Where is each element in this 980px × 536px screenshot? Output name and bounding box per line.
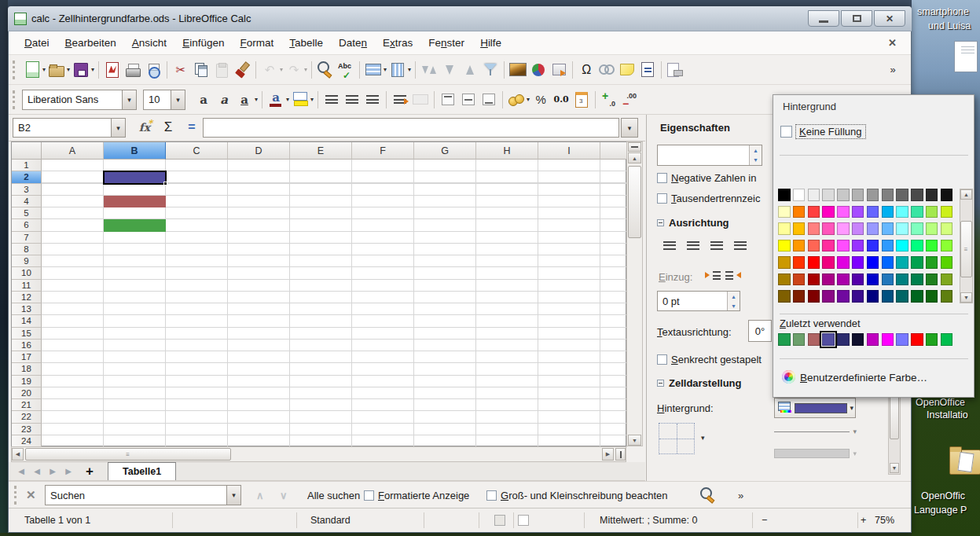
color-swatch[interactable] [926,256,938,269]
no-fill-checkbox-icon[interactable] [780,126,792,138]
select-all-corner[interactable] [12,142,42,160]
bold-button[interactable]: a [193,90,214,110]
color-swatch[interactable] [867,240,879,252]
formula-input[interactable] [203,118,619,138]
export-pdf-button[interactable] [102,60,123,80]
color-swatch[interactable] [837,256,850,269]
row-header-4[interactable]: 4 [12,196,42,207]
sheet-tab-tabelle1[interactable]: Tabelle1 [108,462,176,480]
horizontal-split-handle[interactable] [615,448,626,461]
align-right-button[interactable] [362,90,383,110]
color-swatch[interactable] [778,206,791,218]
scroll-up-icon[interactable]: ▲ [628,152,641,163]
line-style-dropdown[interactable]: ▾ [774,423,857,440]
align-center-icon[interactable] [684,236,703,255]
number-format-field[interactable]: ▲▼ [657,145,762,166]
checkbox-icon[interactable] [364,490,374,501]
find-previous-icon[interactable]: ∧ [256,482,264,508]
recent-color-swatch[interactable] [867,333,879,346]
search-input[interactable]: Suchen [46,490,226,501]
background-dropdown-icon[interactable]: ▾ [850,404,853,412]
recent-color-swatch[interactable] [926,333,938,346]
row-header-20[interactable]: 20 [12,387,42,399]
cell-border-widget[interactable] [659,423,695,454]
color-swatch[interactable] [911,222,923,235]
color-swatch[interactable] [941,240,953,252]
align-right-icon[interactable] [707,236,726,255]
row-header-11[interactable]: 11 [12,280,42,292]
color-swatch[interactable] [896,189,908,201]
sidebar-scroll-down-icon[interactable]: ▼ [890,463,899,473]
wrap-text-button[interactable] [390,90,410,110]
scroll-right-icon[interactable]: ▶ [602,448,614,461]
color-swatch[interactable] [808,290,820,303]
menu-einfgen[interactable]: Einfügen [174,34,232,52]
column-header-B[interactable]: B [104,142,166,160]
find-and-replace-icon[interactable] [699,486,718,505]
color-swatch[interactable] [882,206,894,218]
first-sheet-icon[interactable]: ◀ [13,464,29,479]
color-swatch[interactable] [882,290,894,303]
column-header-F[interactable]: F [352,142,414,160]
toolbar-grip[interactable] [14,486,20,505]
maximize-button[interactable] [841,10,872,27]
print-preview-button[interactable] [143,60,163,80]
horizontal-scroll-thumb[interactable]: ≡ [25,448,231,461]
dropdown-arrow-icon[interactable]: ▾ [384,66,387,73]
sort-descending-button[interactable] [439,60,460,80]
color-swatch[interactable] [911,274,923,286]
row-header-8[interactable]: 8 [12,244,42,255]
color-swatch[interactable] [793,256,806,269]
cut-button[interactable]: ✂ [171,60,191,80]
last-sheet-icon[interactable]: ▶ [61,464,76,479]
color-swatch[interactable] [793,274,806,286]
recent-color-swatch[interactable] [837,333,850,346]
color-swatch[interactable] [911,189,923,201]
row-header-7[interactable]: 7 [12,232,42,244]
dropdown-arrow-icon[interactable]: ▾ [255,96,258,103]
row-header-22[interactable]: 22 [12,411,42,423]
find-and-replace-button[interactable] [315,60,336,80]
underline-button[interactable]: a▾ [234,90,259,110]
add-decimal-button[interactable] [599,90,619,110]
pivot-table-button[interactable] [549,60,569,80]
vertically-stacked-checkbox[interactable]: Senkrecht gestapelt [657,354,762,365]
color-swatch[interactable] [896,240,908,252]
border-dropdown-icon[interactable]: ▾ [701,434,705,442]
color-swatch[interactable] [852,189,864,201]
color-swatch[interactable] [941,189,953,201]
sort-ascending-button[interactable] [460,60,480,80]
color-swatch[interactable] [808,206,820,218]
increase-indent-icon[interactable] [704,266,723,285]
recent-color-swatch[interactable] [941,333,953,346]
special-character-button[interactable]: Ω [576,60,596,80]
clone-formatting-button[interactable] [232,60,252,80]
zoom-out-icon[interactable]: − [762,508,767,532]
decrease-indent-icon[interactable] [723,266,742,285]
color-swatch[interactable] [926,222,938,235]
color-swatch[interactable] [896,256,908,269]
vertical-scroll-thumb[interactable] [628,166,641,238]
menu-extras[interactable]: Extras [375,34,420,52]
row-header-18[interactable]: 18 [12,363,42,375]
menu-fenster[interactable]: Fenster [420,34,472,52]
cell-B4[interactable] [104,196,166,207]
name-box[interactable]: B2 ▾ [13,118,126,138]
menu-datei[interactable]: Datei [17,34,57,52]
color-swatch[interactable] [852,206,864,218]
comment-button[interactable] [617,60,637,80]
dropdown-arrow-icon[interactable]: ▾ [42,66,46,73]
color-swatch[interactable] [911,206,923,218]
alignment-section-header[interactable]: Ausrichtung [657,217,729,229]
selection-mode-icon[interactable] [494,515,505,526]
row-header-2[interactable]: 2 [12,171,42,183]
recent-color-swatch[interactable] [793,333,806,346]
cell-B6[interactable] [104,219,166,231]
color-swatch[interactable] [793,206,806,218]
recent-color-swatch[interactable] [896,333,908,346]
find-all-button[interactable]: Alle suchen [307,482,360,508]
menu-ansicht[interactable]: Ansicht [124,34,174,52]
search-combobox[interactable]: Suchen ▾ [45,485,241,505]
color-swatch[interactable] [837,222,850,235]
row-header-5[interactable]: 5 [12,207,42,219]
